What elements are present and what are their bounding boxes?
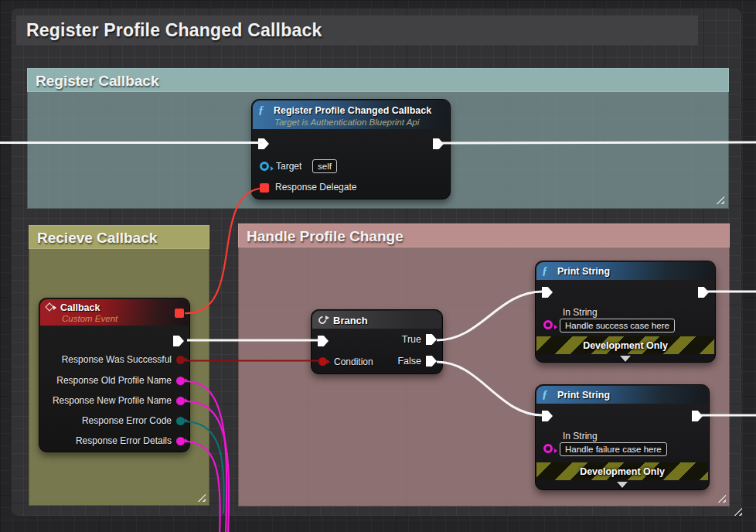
comment-header[interactable]: Recieve Callback [29, 225, 209, 249]
node-callback-custom-event[interactable]: Callback Custom Event Response Was Succe… [39, 298, 190, 452]
comment-header[interactable]: Handle Profile Change [238, 223, 730, 247]
pin-label: Response Delegate [275, 182, 356, 193]
pin-label: Condition [334, 356, 373, 367]
node-expander-icon[interactable] [620, 356, 631, 362]
node-expander-icon[interactable] [617, 482, 628, 488]
enum-output-pin[interactable] [176, 417, 185, 425]
string-output-pin[interactable] [176, 437, 185, 445]
in-string-value-field[interactable]: Handle failure case here [560, 442, 667, 456]
comment-title: Recieve Callback [37, 230, 157, 246]
node-header[interactable]: ƒ Print String [536, 262, 714, 280]
in-string-pin[interactable] [543, 444, 553, 453]
exec-input-pin[interactable] [318, 336, 329, 346]
string-output-pin[interactable] [176, 377, 185, 385]
node-register-profile-changed-callback[interactable]: ƒ Register Profile Changed Callback Targ… [251, 99, 451, 200]
pin-label: Response Error Code [82, 415, 172, 426]
graph-title[interactable]: Register Profile Changed Callback [16, 15, 698, 45]
comment-header[interactable]: Register Callback [27, 68, 729, 92]
pin-label: Target [276, 161, 301, 172]
node-title: Register Profile Changed Callback [274, 105, 431, 116]
node-header[interactable]: Callback Custom Event [40, 299, 189, 326]
function-icon: ƒ [258, 104, 269, 117]
node-print-string-failure[interactable]: ƒ Print String In String Handle failure … [535, 384, 710, 490]
exec-output-pin[interactable] [433, 138, 444, 149]
output-pin-row[interactable]: Response Was Successful [62, 354, 185, 365]
true-exec-row[interactable]: True [402, 334, 437, 345]
pin-label: Response Was Successful [62, 354, 172, 365]
node-branch[interactable]: Branch Condition True False [311, 309, 443, 374]
development-only-banner: Development Only [536, 336, 714, 354]
node-subtitle: Target is Authentication Blueprint Api [274, 118, 443, 127]
in-string-pin[interactable] [543, 320, 553, 329]
custom-event-icon [46, 303, 56, 312]
delegate-input-pin[interactable] [260, 183, 269, 193]
node-print-string-success[interactable]: ƒ Print String In String Handle success … [535, 261, 716, 363]
pin-label: True [402, 334, 421, 345]
condition-bool-pin[interactable] [318, 357, 327, 366]
exec-output-pin[interactable] [698, 287, 709, 298]
function-icon: ƒ [542, 264, 553, 278]
node-title: Branch [333, 315, 368, 326]
exec-output-pin[interactable] [426, 334, 437, 345]
comment-title: Handle Profile Change [247, 228, 404, 244]
pin-label: Response Old Profile Name [56, 375, 172, 386]
output-pin-row[interactable]: Response Old Profile Name [56, 375, 185, 386]
node-title: Print String [557, 266, 610, 277]
exec-input-pin[interactable] [258, 138, 269, 149]
function-icon: ƒ [542, 388, 553, 401]
exec-input-pin[interactable] [542, 411, 553, 421]
string-output-pin[interactable] [176, 397, 185, 405]
development-only-banner: Development Only [536, 462, 708, 480]
pin-label: In String [563, 431, 598, 442]
exec-output-pin[interactable] [426, 356, 437, 367]
delegate-output-pin[interactable] [175, 309, 184, 318]
exec-output-pin[interactable] [173, 336, 184, 346]
bool-output-pin[interactable] [176, 356, 185, 364]
node-header[interactable]: ƒ Print String [536, 386, 708, 404]
in-string-value-field[interactable]: Handle success case here [560, 319, 675, 332]
output-pin-row[interactable]: Response New Profile Name [53, 395, 185, 406]
node-header[interactable]: Branch [312, 311, 441, 329]
false-exec-row[interactable]: False [397, 356, 437, 367]
node-title: Callback [60, 302, 100, 313]
output-pin-row[interactable]: Response Error Code [82, 415, 185, 426]
node-subtitle: Custom Event [62, 314, 182, 323]
pin-label: Response Error Details [76, 435, 172, 446]
pin-label: False [397, 356, 421, 367]
banner-label: Development Only [580, 466, 665, 477]
branch-icon [318, 315, 329, 326]
banner-label: Development Only [583, 340, 668, 351]
node-header[interactable]: ƒ Register Profile Changed Callback Targ… [253, 101, 449, 129]
output-pin-row[interactable]: Response Error Details [76, 435, 185, 446]
exec-input-pin[interactable] [542, 287, 553, 298]
comment-title: Register Callback [36, 73, 158, 89]
pin-label: In String [563, 307, 598, 318]
node-title: Print String [557, 390, 610, 401]
target-object-pin[interactable] [260, 162, 269, 171]
blueprint-canvas[interactable]: Register Profile Changed Callback Regist… [0, 0, 756, 532]
pin-label: Response New Profile Name [53, 395, 172, 406]
target-value-field[interactable]: self [312, 159, 337, 173]
exec-output-pin[interactable] [692, 411, 703, 421]
